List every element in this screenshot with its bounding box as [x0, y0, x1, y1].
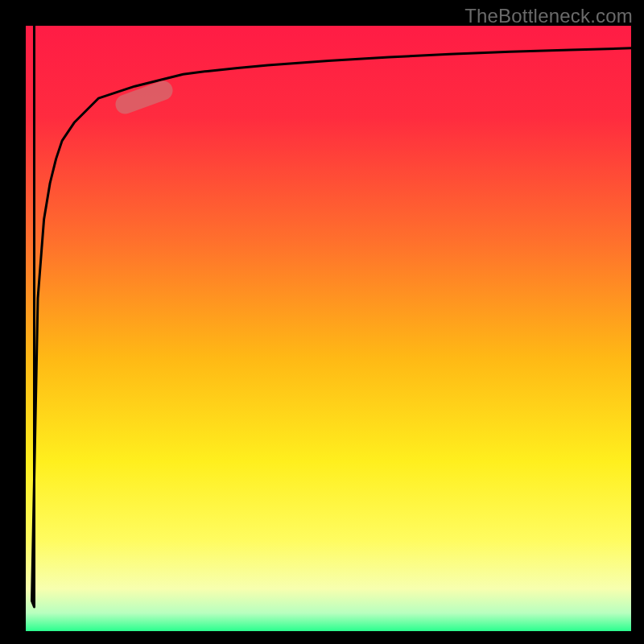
watermark-label: TheBottleneck.com [464, 5, 633, 27]
plot-area [26, 26, 631, 631]
chart-frame: TheBottleneck.com [0, 0, 644, 644]
bottleneck-curve [26, 26, 631, 631]
